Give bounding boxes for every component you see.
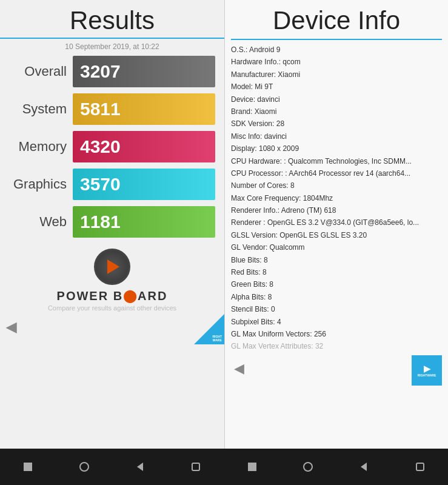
device-info-bottom: ◀ ▶ RIGHTWARE <box>231 355 442 386</box>
value-system: 5811 <box>80 99 121 119</box>
powerboard-icon[interactable] <box>94 249 130 285</box>
results-title: Results <box>0 0 224 38</box>
info-model: Model: Mi 9T <box>231 81 442 93</box>
info-display: Display: 1080 x 2009 <box>231 142 442 155</box>
device-info-list: O.S.: Android 9 Hardware Info.: qcom Man… <box>231 44 442 353</box>
device-info-title: Device Info <box>231 0 442 39</box>
svg-marker-6 <box>361 463 367 471</box>
nav-back-left[interactable] <box>128 455 152 479</box>
bar-graphics: 3570 <box>73 169 215 200</box>
score-row-system: System 5811 <box>9 93 215 125</box>
bar-web: 1181 <box>73 206 215 238</box>
label-overall: Overall <box>9 64 67 79</box>
info-misc: Misc Info: davinci <box>231 130 442 142</box>
info-manufacturer: Manufacturer: Xiaomi <box>231 69 442 81</box>
main-content: Results 10 September 2019, at 10:22 Over… <box>0 0 448 449</box>
results-bottom: ◀ RIGHTWARE <box>0 314 224 344</box>
value-overall: 3207 <box>80 61 121 82</box>
rightware-icon-right: ▶ <box>424 364 430 373</box>
svg-point-5 <box>304 463 312 471</box>
device-info-badge: ▶ RIGHTWARE <box>412 355 442 386</box>
info-os: O.S.: Android 9 <box>231 44 442 56</box>
powerboard-title: POWER B⬤ARD <box>57 289 168 303</box>
svg-rect-3 <box>192 463 199 470</box>
score-row-overall: Overall 3207 <box>9 56 215 87</box>
device-info-panel: Device Info O.S.: Android 9 Hardware Inf… <box>225 0 448 449</box>
svg-rect-4 <box>248 463 256 471</box>
play-icon <box>107 259 119 274</box>
nav-home-left[interactable] <box>72 455 96 479</box>
label-system: System <box>9 101 67 117</box>
info-stencil-bits: Stencil Bits: 0 <box>231 303 442 315</box>
powerboard-section: POWER B⬤ARD Compare your results against… <box>0 249 224 312</box>
svg-rect-0 <box>24 463 32 471</box>
svg-marker-2 <box>137 463 143 471</box>
scores-area: Overall 3207 System 5811 Memory 4320 <box>0 56 224 244</box>
nav-recent-right[interactable] <box>408 455 432 479</box>
results-divider <box>0 38 224 39</box>
rightware-text-right: RIGHTWARE <box>418 373 436 377</box>
info-device: Device: davinci <box>231 93 442 105</box>
info-cores: Number of Cores: 8 <box>231 179 442 192</box>
value-graphics: 3570 <box>80 174 121 195</box>
info-green-bits: Green Bits: 8 <box>231 278 442 290</box>
score-row-web: Web 1181 <box>9 206 215 238</box>
label-memory: Memory <box>9 139 67 155</box>
bar-overall: 3207 <box>73 56 215 87</box>
info-brand: Brand: Xiaomi <box>231 105 442 118</box>
info-blue-bits: Blue Bits: 8 <box>231 254 442 266</box>
label-web: Web <box>9 214 67 230</box>
info-alpha-bits: Alpha Bits: 8 <box>231 291 442 303</box>
nav-stop-right[interactable] <box>240 455 264 479</box>
info-red-bits: Red Bits: 8 <box>231 266 442 278</box>
score-row-memory: Memory 4320 <box>9 131 215 162</box>
svg-rect-7 <box>416 463 424 470</box>
info-hardware: Hardware Info.: qcom <box>231 56 442 68</box>
info-cpu-processor: CPU Processor: : AArch64 Processor rev 1… <box>231 167 442 179</box>
score-row-graphics: Graphics 3570 <box>9 169 215 200</box>
info-subpixel-bits: Subpixel Bits: 4 <box>231 316 442 328</box>
results-panel: Results 10 September 2019, at 10:22 Over… <box>0 0 224 449</box>
info-cpu-hardware: CPU Hardware: : Qualcomm Technologies, I… <box>231 155 442 167</box>
info-glsl: GLSL Version: OpenGL ES GLSL ES 3.20 <box>231 229 442 241</box>
info-renderer-detail: Renderer : OpenGL ES 3.2 V@334.0 (GIT@86… <box>231 216 442 229</box>
device-info-divider <box>231 39 442 40</box>
svg-point-1 <box>80 463 89 471</box>
left-arrow[interactable]: ◀ <box>6 319 16 335</box>
powerboard-subtitle: Compare your results against other devic… <box>48 304 176 312</box>
info-sdk: SDK Version: 28 <box>231 118 442 130</box>
value-memory: 4320 <box>80 136 121 157</box>
nav-home-right[interactable] <box>296 455 320 479</box>
results-date: 10 September 2019, at 10:22 <box>65 42 159 51</box>
nav-recent-left[interactable] <box>184 455 208 479</box>
info-renderer: Renderer Info.: Adreno (TM) 618 <box>231 204 442 216</box>
nav-bar <box>0 449 448 485</box>
device-info-left-arrow[interactable]: ◀ <box>234 361 244 376</box>
info-gl-vendor: GL Vendor: Qualcomm <box>231 241 442 253</box>
bar-memory: 4320 <box>73 131 215 162</box>
value-web: 1181 <box>80 212 121 232</box>
rightware-label: RIGHTWARE <box>212 335 222 342</box>
label-graphics: Graphics <box>9 176 67 192</box>
info-gl-uniform: GL Max Uniform Vectors: 256 <box>231 328 442 340</box>
nav-back-right[interactable] <box>352 455 376 479</box>
bar-system: 5811 <box>73 93 215 125</box>
info-freq: Max Core Frequency: 1804Mhz <box>231 192 442 204</box>
nav-stop-left[interactable] <box>16 455 40 479</box>
info-gl-vertex: GL Max Vertex Attributes: 32 <box>231 340 442 352</box>
